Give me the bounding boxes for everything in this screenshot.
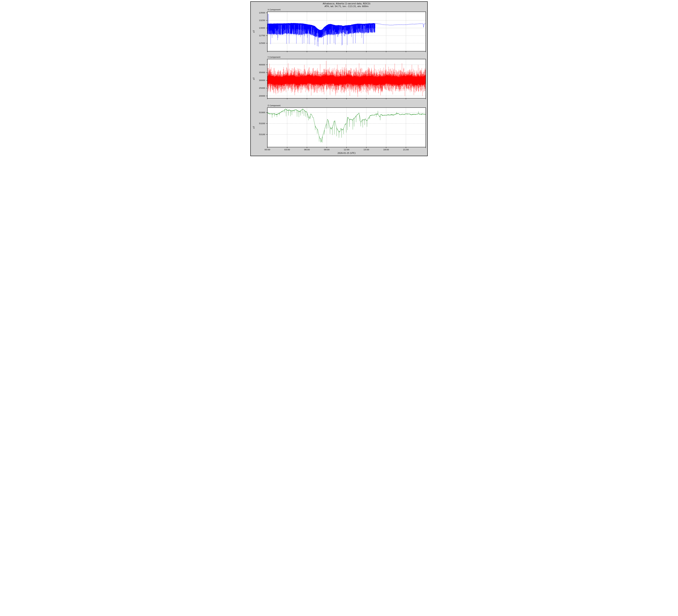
x-tick-label: 00:00 [265, 149, 270, 151]
panel-title-y-component: Y Component [268, 56, 280, 58]
x-tick-label: 12:00 [344, 149, 349, 151]
panel-title-x-component: X Component [268, 9, 280, 10]
y-axis-label-z-panel: nT [253, 126, 255, 129]
y-tick-label: 53300 [251, 111, 265, 113]
figure-title-line2: ATH, lat: 54.71, lon: -113.31, elv: 600m [267, 5, 426, 8]
y-tick-label: 20000 [251, 95, 265, 97]
x-tick-label: 21:00 [403, 149, 409, 151]
y-tick-label: 53200 [251, 122, 265, 124]
chart-canvas [251, 2, 427, 156]
x-tick-label: 06:00 [304, 149, 310, 151]
y-tick-label: 13500 [251, 12, 265, 14]
y-tick-label: 53100 [251, 134, 265, 136]
y-tick-label: 12500 [251, 42, 265, 44]
y-tick-label: 40000 [251, 64, 265, 66]
x-tick-label: 15:00 [364, 149, 369, 151]
y-tick-label: 13000 [251, 27, 265, 29]
y-axis-label-x-panel: nT [253, 30, 255, 33]
y-tick-label: 13250 [251, 20, 265, 22]
panel-title-z-component: Z Component [268, 105, 280, 107]
y-tick-label: 30000 [251, 79, 265, 81]
x-tick-label: 09:00 [324, 149, 330, 151]
x-tick-label: 03:00 [285, 149, 290, 151]
magnetogram-figure: Athabasca, Alberta (1-second data, RDCO)… [250, 1, 428, 156]
x-axis-date-label: 2026-01-25 (UTC) [338, 152, 355, 154]
y-tick-label: 25000 [251, 87, 265, 89]
figure-title-line1: Athabasca, Alberta (1-second data, RDCO) [267, 3, 426, 5]
x-tick-label: 18:00 [383, 149, 389, 151]
y-tick-label: 12750 [251, 35, 265, 37]
y-tick-label: 35000 [251, 71, 265, 74]
